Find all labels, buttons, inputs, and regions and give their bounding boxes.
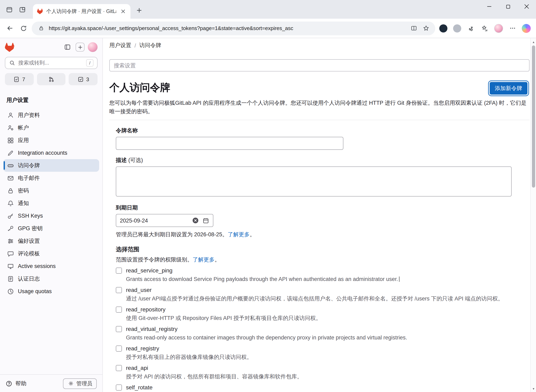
add-favorite-star-icon[interactable] bbox=[421, 24, 430, 33]
add-token-button[interactable]: 添加新令牌 bbox=[489, 82, 527, 95]
extension-dark-icon[interactable] bbox=[438, 23, 449, 34]
gitlab-logo[interactable] bbox=[5, 42, 15, 52]
scope-name[interactable]: read_repository bbox=[126, 306, 321, 313]
expiry-date-value[interactable]: 2025-09-24 bbox=[120, 217, 188, 224]
token-name-input[interactable] bbox=[116, 137, 343, 150]
scope-checkbox-read-service-ping[interactable] bbox=[116, 268, 122, 274]
scope-text: read_virtual_registry Grants read-only a… bbox=[126, 325, 407, 341]
sidebar-item-account[interactable]: 帐户 bbox=[3, 121, 99, 134]
profile-avatar[interactable] bbox=[493, 23, 504, 34]
help-button[interactable]: 帮助 bbox=[6, 380, 26, 387]
extensions-puzzle-icon[interactable] bbox=[465, 23, 477, 34]
scrollbar-thumb[interactable] bbox=[532, 46, 535, 187]
settings-ellipsis-icon[interactable] bbox=[507, 23, 518, 34]
sidebar-item-usage-quotas[interactable]: Usage quotas bbox=[3, 285, 99, 298]
sidebar-collapse-icon[interactable] bbox=[63, 42, 72, 52]
profile-avatar-image bbox=[494, 24, 503, 33]
favorites-hub-icon[interactable] bbox=[479, 23, 490, 34]
calendar-icon[interactable] bbox=[202, 217, 209, 224]
tab-close-icon[interactable] bbox=[119, 8, 127, 15]
admin-button[interactable]: 管理员 bbox=[63, 378, 97, 389]
sidebar-item-comment-templates[interactable]: 评论模板 bbox=[3, 247, 99, 260]
expiry-date-field[interactable]: 2025-09-24 bbox=[116, 214, 213, 227]
clear-date-icon[interactable] bbox=[192, 217, 199, 224]
close-button[interactable] bbox=[517, 0, 536, 13]
sidebar-item-applications[interactable]: 应用 bbox=[3, 134, 99, 147]
todos-counter-button[interactable]: 3 bbox=[69, 73, 98, 85]
sidebar-item-profile[interactable]: 用户资料 bbox=[3, 109, 99, 121]
sidebar-item-label: Usage quotas bbox=[18, 288, 52, 294]
site-info-lock-icon[interactable] bbox=[37, 24, 46, 33]
scrollbar-up-arrow[interactable]: ▲ bbox=[531, 39, 536, 45]
preferences-icon bbox=[7, 238, 14, 244]
scope-checkbox-read-virtual-registry[interactable] bbox=[116, 326, 122, 332]
browser-window: 个人访问令牌 · 用户设置 · GitLab bbox=[0, 0, 536, 392]
window-controls bbox=[480, 0, 536, 13]
sidebar-item-notifications[interactable]: 通知 bbox=[3, 197, 99, 210]
scope-checkbox-self-rotate[interactable] bbox=[116, 384, 122, 391]
back-button[interactable] bbox=[4, 23, 15, 34]
sidebar-item-label: Integration accounts bbox=[18, 150, 67, 156]
scopes-learn-more-link[interactable]: 了解更多 bbox=[193, 257, 214, 263]
scope-name[interactable]: read_api bbox=[126, 364, 303, 372]
scope-name[interactable]: read_virtual_registry bbox=[126, 325, 407, 333]
expiry-learn-more-link[interactable]: 了解更多 bbox=[228, 231, 250, 238]
sidebar-item-label: 密码 bbox=[18, 187, 29, 194]
sidebar-item-active-sessions[interactable]: Active sessions bbox=[3, 260, 99, 272]
title-row: 个人访问令牌 添加新令牌 bbox=[109, 81, 530, 95]
sidebar-item-emails[interactable]: 电子邮件 bbox=[3, 172, 99, 184]
scope-name[interactable]: self_rotate bbox=[126, 384, 229, 391]
sidebar-item-password[interactable]: 密码 bbox=[3, 184, 99, 197]
sidebar-search[interactable]: 搜索或转到... / bbox=[5, 57, 98, 69]
extension-dark-badge bbox=[439, 24, 447, 32]
sidebar-item-label: Active sessions bbox=[18, 263, 56, 269]
page-scrollbar[interactable]: ▲ ▼ bbox=[530, 38, 536, 392]
scope-checkbox-read-repository[interactable] bbox=[116, 307, 122, 313]
description-textarea[interactable] bbox=[116, 167, 512, 196]
merge-requests-counter-button[interactable] bbox=[37, 73, 65, 85]
copilot-icon[interactable] bbox=[521, 23, 532, 34]
scope-name[interactable]: read_registry bbox=[126, 345, 252, 352]
new-tab-button[interactable] bbox=[134, 5, 144, 15]
sidebar-item-ssh-keys[interactable]: SSH Keys bbox=[3, 210, 99, 222]
sidebar-item-preferences[interactable]: 偏好设置 bbox=[3, 235, 99, 247]
comment-template-icon bbox=[7, 250, 14, 257]
refresh-button[interactable] bbox=[18, 23, 29, 34]
issues-counter-button[interactable]: 7 bbox=[5, 73, 33, 85]
browser-tab[interactable]: 个人访问令牌 · 用户设置 · GitLab bbox=[33, 4, 130, 19]
page-title: 个人访问令牌 bbox=[109, 81, 170, 93]
sidebar-item-label: 通知 bbox=[18, 200, 29, 207]
breadcrumb-parent[interactable]: 用户设置 bbox=[109, 42, 131, 49]
tab-actions-icon[interactable] bbox=[17, 5, 28, 15]
search-shortcut-key: / bbox=[86, 59, 94, 67]
scope-row-read-api: read_api 授予对 API 的读访问权，包括所有群组和项目、容器镜像库和软… bbox=[116, 364, 530, 380]
scope-checkbox-read-user[interactable] bbox=[116, 287, 122, 293]
scope-description: Grants read-only access to container ima… bbox=[126, 334, 407, 341]
minimize-button[interactable] bbox=[480, 0, 499, 13]
workspaces-icon[interactable] bbox=[4, 5, 15, 15]
address-bar[interactable]: https://git.ayaka.space/-/user_settings/… bbox=[32, 21, 435, 35]
scope-name[interactable]: read_user bbox=[126, 286, 503, 294]
url-text[interactable]: https://git.ayaka.space/-/user_settings/… bbox=[49, 25, 406, 31]
scopes-title: 选择范围 bbox=[116, 246, 530, 253]
gpg-key-icon bbox=[7, 225, 14, 232]
scope-checkbox-read-api[interactable] bbox=[116, 365, 122, 371]
scope-name[interactable]: read_service_ping bbox=[126, 267, 400, 275]
sidebar-item-authentication-log[interactable]: 认证日志 bbox=[3, 272, 99, 285]
sidebar-item-access-tokens[interactable]: 访问令牌 bbox=[3, 159, 99, 172]
settings-search-input[interactable] bbox=[109, 59, 530, 71]
gitlab-sidebar: 搜索或转到... / 7 bbox=[0, 38, 103, 392]
scrollbar-down-arrow[interactable]: ▼ bbox=[531, 386, 536, 391]
scope-checkbox-read-registry[interactable] bbox=[116, 345, 122, 352]
sidebar-item-label: 电子邮件 bbox=[18, 174, 40, 182]
extension-gray-icon[interactable] bbox=[451, 23, 463, 34]
description-optional-text: (可选) bbox=[128, 157, 143, 163]
split-screen-icon[interactable] bbox=[409, 24, 418, 33]
sidebar-footer: 帮助 管理员 bbox=[0, 374, 102, 392]
user-avatar[interactable] bbox=[88, 42, 98, 52]
maximize-button[interactable] bbox=[499, 0, 517, 13]
sidebar-item-integration-accounts[interactable]: Integration accounts bbox=[3, 147, 99, 159]
sidebar-nav: 用户资料 帐户 应用 Integration accounts 访问令牌 bbox=[0, 109, 102, 298]
create-new-button[interactable] bbox=[76, 43, 85, 51]
sidebar-item-gpg-keys[interactable]: GPG 密钥 bbox=[3, 222, 99, 235]
